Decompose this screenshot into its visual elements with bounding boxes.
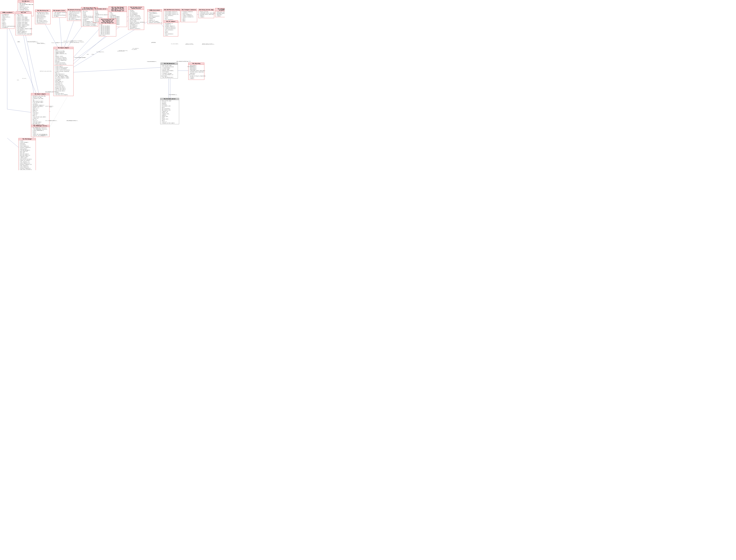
uml-box-header: TAC_TSS_Resources: [161, 63, 178, 65]
uml-box-header: TAC_Policy_Current_Impl: [199, 9, 214, 11]
label-object-key: object_key_: [188, 66, 194, 67]
label-poa-manager-factory: poa_manager_factory_: [45, 91, 57, 92]
uml-box-header: TAC_Transport_Connector: [181, 9, 197, 11]
uml-box-header: TAC_POAManager_Factory: [31, 125, 49, 127]
uml-box-tac-poa-manager: TAC_POA_Manager + state_ + state_change(…: [18, 138, 36, 170]
uml-box-body: + TAO_POA_Policy_Set() + ~TAO_POA_Policy…: [35, 12, 50, 24]
uml-box-tac-off-adapter: TAC_Off_Adapter + assignment_() + reques…: [163, 21, 178, 36]
svg-text:orb_adapter_: orb_adapter_: [132, 49, 138, 50]
uml-box-body: + ~TAC_Acceptor_Filter() + fill_addr() +…: [52, 12, 66, 17]
uml-box-header: ACS_root_Map_ManagerRoot_POA_String_TegR…: [109, 7, 127, 12]
uml-box-tac-portable-server-lower: TAC_Portable_Server + poa_current_impl +…: [160, 98, 179, 124]
svg-line-12: [7, 24, 40, 103]
uml-box-header: ACS_Driving_Event ACSRoot Driving TrigRo…: [99, 19, 116, 24]
svg-line-4: [7, 138, 19, 148]
uml-box-body: + assignment_() + request_() + manager_a…: [164, 23, 178, 36]
label-default-poa: default_poa_policies_: [40, 71, 52, 72]
uml-box-tac-portable-server-cached: TAC_Portable_ServerCached_Policies + thr…: [128, 6, 144, 30]
uml-box-acs-link: ACS_Link + ACS_Link() + ~ACS_Link() + ac…: [15, 12, 31, 35]
label-filter-factory: filter_factory_: [37, 43, 46, 44]
uml-box-body: + name_ + factory_B_id_Map_ + tagged_Com…: [54, 49, 73, 96]
label-tss-resources: tss_resources_: [169, 94, 177, 95]
svg-line-3: [7, 109, 31, 112]
uml-box-header: COMBA_LocalBoard: [0, 12, 14, 14]
label-poa-factory: poa_manager_factory_: [67, 120, 78, 121]
uml-box-header: TAC_Portable_ServerCached_Policies: [128, 7, 144, 10]
uml-box-comba-localboard: COMBA_LocalBoard + localBoard() + add_en…: [0, 12, 14, 29]
uml-box-body: + poa_current_impl + current_ + advance_…: [160, 100, 179, 124]
uml-box-body: + parameter_poa_name_Map_ + library_lhs_…: [31, 95, 49, 130]
uml-box-tac-poa-policy-set: TAC_POA_Policy_Set + TAO_POA_Policy_Set(…: [35, 10, 51, 24]
uml-box-tac-objectkey: TAC_ObjectKey + ObjectKey() + ObjectKey(…: [188, 63, 204, 80]
label-tss-env: tss_environment_: [148, 61, 157, 62]
uml-box-tac-object-adapter-main: TAC_Object_Adapter + name_ + factory_B_i…: [53, 47, 74, 96]
svg-text:tss_environment_: tss_environment_: [171, 44, 179, 44]
uml-box-body: + localBoard() + add_entry() + remove_en…: [0, 14, 14, 29]
uml-box-body: + Policy_Current + unbounded_value_requi…: [199, 11, 214, 18]
svg-text:lock_: lock_: [17, 80, 19, 81]
uml-box-body: + environment_factory() + environment_fa…: [164, 11, 180, 22]
label-lock: lock_: [17, 41, 20, 43]
label-key-to-object: key_to_object_params_: [74, 57, 86, 58]
svg-line-23: [73, 67, 161, 72]
uml-box-tac-unbound-value: TAC_unbound_valueassignPRT T s + unbound…: [215, 8, 225, 17]
uml-box-header: TAC_POA_Policy_Set: [35, 10, 50, 12]
label-previous: previous: [151, 42, 156, 43]
svg-text:name_: name_: [87, 54, 89, 55]
uml-box-tac-policy-current-impl: TAC_Policy_Current_Impl + Policy_Current…: [198, 9, 214, 18]
uml-box-header: TAC_Acceptor_Filter: [52, 10, 66, 12]
uml-box-body: + unbounded_value_required() + bounded_v…: [215, 11, 225, 17]
label-loss-manager2: loss_manager_: [41, 135, 49, 136]
uml-box-body: + environment() + ~Environment() + head_…: [148, 11, 162, 24]
uml-box-header: COMBA_Environment: [148, 9, 162, 11]
uml-box-tac-acceptor-filter: TAC_Acceptor_Filter + ~TAC_Acceptor_Filt…: [52, 10, 66, 18]
uml-box-header: ACS_Link: [16, 12, 31, 14]
uml-box-tac-tss-resources: TAC_TSS_Resources + poa_current_impl + t…: [161, 63, 178, 79]
label-name: name_: [92, 54, 94, 55]
label-orb-core: orb_core_policies_: [28, 41, 38, 43]
uml-box-comba-environment: COMBA_Environment + environment() + ~Env…: [147, 9, 162, 24]
uml-box-body: + key + ACE_String_Bases + ACE_String_Ba…: [99, 24, 116, 36]
label-policy-current: policy_current_: [185, 44, 194, 45]
uml-box-header: TAC_Portable_Server: [160, 98, 179, 100]
uml-box-header: TAC_unbound_valueassignPRT T s: [215, 8, 225, 11]
uml-box-acs-driving-event: ACS_Driving_Event ACSRoot Driving TrigRo…: [99, 18, 116, 36]
uml-box-body: + poa_current_impl + tss_cleanup_previou…: [161, 65, 178, 78]
uml-box-tac-transport-connector: TAC_Transport_Connector + Transport_Sele…: [181, 9, 197, 22]
uml-box-header: TAC_ObjectKey: [189, 63, 204, 65]
label-env-resource: env_resource_factory_tag_: [177, 61, 191, 62]
uml-box-header: TAC_CDiffServices_Factory: [164, 9, 180, 11]
label-obj-adapter: object_adapter_: [45, 106, 54, 107]
svg-text:orb_core_: orb_core_: [22, 78, 27, 79]
uml-box-header: TAC_Object_Adapter: [31, 93, 49, 95]
uml-box-header: TAC_POA_Manager: [19, 138, 36, 140]
svg-line-13: [23, 24, 40, 100]
uml-box-header: TAC_Network_Priority_Mode: [67, 9, 83, 11]
uml-box-tac-cdiffservices-factory: TAC_CDiffServices_Factory + environment_…: [163, 9, 180, 22]
uml-box-body: + Transport_Selector + connector_ + find…: [181, 11, 197, 22]
label-cached: cached_policies_: [119, 50, 128, 51]
uml-box-header: TAC_Object_Adapter: [54, 47, 73, 49]
uml-box-header: TAC_ODB_Core: [18, 0, 34, 2]
uml-box-body: + ACS_Link() + ~ACS_Link() + acquire_sen…: [16, 14, 31, 35]
label-active-policy: active_policy_strategies_: [70, 41, 84, 43]
svg-line-29: [49, 96, 67, 128]
uml-box-body: + ~TAC_Network_Priority_Mode() + request…: [67, 11, 83, 21]
label-loss-manager: loss_manager_factory_: [45, 120, 57, 121]
diagram-container: lock_ orb_core_policies_ filter_factory_…: [0, 0, 222, 170]
uml-box-header: TAC_Off_Adapter: [164, 21, 178, 23]
uml-box-header: TAC_Portable_Server: [93, 8, 108, 10]
svg-text:active_policy_strategies_: active_policy_strategies_: [71, 40, 83, 41]
label-detail-policy: detail_policy_current_: [202, 44, 215, 45]
uml-box-body: + thread_ + lifespan_ + id_uniqueness_ +…: [128, 10, 144, 30]
uml-box-body: + state_ + state_change() + policies_ + …: [19, 140, 36, 170]
label-orb-adapter: orb_adapter_: [132, 48, 139, 49]
uml-box-tac-object-adapter-lower: TAC_Object_Adapter + parameter_poa_name_…: [31, 93, 49, 130]
label-children: children_: [99, 51, 104, 53]
